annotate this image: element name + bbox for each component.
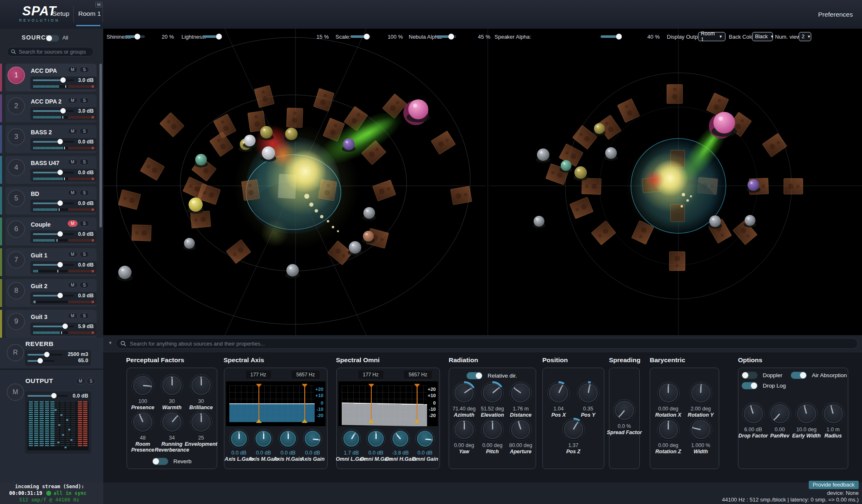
solo-button[interactable]: S — [79, 97, 89, 104]
gain-slider[interactable] — [33, 172, 74, 173]
solo-button[interactable]: S — [79, 159, 89, 165]
source-item[interactable]: 3 BASS 2 M S 0.0 dB — [5, 125, 97, 153]
preferences-button[interactable]: Preferences — [818, 0, 853, 29]
viewport-3d[interactable] — [103, 29, 862, 335]
mute-button[interactable]: M — [68, 251, 77, 257]
source-item[interactable]: 5 BD M S 0.0 dB — [5, 187, 97, 215]
room-presence-knob[interactable] — [130, 410, 155, 434]
reverb-toggle[interactable] — [152, 458, 168, 465]
slider-thumb[interactable] — [62, 324, 68, 329]
solo-button[interactable]: S — [79, 128, 89, 134]
slider-thumb[interactable] — [57, 200, 63, 206]
provide-feedback-button[interactable]: Provide feedback — [809, 481, 859, 489]
gain-slider[interactable] — [33, 295, 74, 296]
slider-thumb[interactable] — [37, 358, 43, 363]
source-item[interactable]: 2 ACC DPA 2 M S 3.0 dB — [5, 94, 97, 122]
slider-thumb[interactable] — [57, 139, 63, 144]
collapse-panel-caret[interactable]: ▼ — [108, 341, 112, 345]
output-solo-button[interactable]: S — [87, 378, 95, 384]
spatial-scene-canvas[interactable] — [103, 29, 862, 337]
properties-search-input[interactable] — [130, 341, 853, 347]
mute-button[interactable]: M — [68, 190, 77, 196]
drop-log-toggle[interactable] — [742, 382, 758, 389]
running-reverberance-knob[interactable] — [159, 410, 184, 434]
source-item[interactable]: 1 ACC DPA M S 3.0 dB — [5, 64, 97, 91]
relative-dir-toggle[interactable] — [467, 372, 482, 379]
freq-marker-high[interactable] — [417, 385, 417, 422]
gain-slider[interactable] — [33, 203, 74, 204]
spectral-omni-display[interactable]: +20+100-10-20 — [338, 381, 438, 426]
distance-knob[interactable] — [508, 381, 533, 405]
slider-thumb[interactable] — [60, 108, 66, 114]
freq-marker-low[interactable] — [258, 385, 259, 422]
rotation-z-knob[interactable] — [656, 418, 681, 441]
pos-z-knob[interactable] — [561, 418, 586, 441]
rotation-y-knob[interactable] — [688, 381, 713, 405]
freq-marker-low[interactable] — [371, 385, 372, 422]
elevation-knob[interactable] — [480, 381, 505, 405]
radius-knob[interactable] — [821, 402, 846, 425]
mute-button[interactable]: M — [68, 128, 77, 134]
slider-thumb[interactable] — [57, 170, 63, 175]
gain-slider[interactable] — [33, 264, 74, 266]
properties-search[interactable] — [116, 338, 858, 349]
warmth-knob[interactable] — [159, 374, 184, 397]
axis-h-gain-knob[interactable] — [278, 429, 298, 449]
back-color-select[interactable]: Black▼ — [752, 32, 773, 41]
spectral-axis-display[interactable]: +20+100-10-20 — [226, 381, 325, 426]
spread-factor-knob[interactable] — [612, 399, 637, 422]
drop-factor-knob[interactable] — [741, 402, 766, 425]
sources-filter-toggle[interactable] — [46, 35, 59, 42]
slider-thumb[interactable] — [448, 34, 454, 40]
tab-setup[interactable]: Setup — [52, 0, 70, 27]
slider-thumb[interactable] — [57, 262, 63, 267]
envelopment-knob[interactable] — [189, 410, 214, 434]
axis-m-gain-knob[interactable] — [253, 429, 274, 449]
mute-button[interactable]: M — [68, 220, 77, 227]
gain-slider[interactable] — [33, 110, 74, 112]
sources-search[interactable] — [7, 47, 94, 57]
reverb-time-slider[interactable] — [27, 360, 54, 362]
source-item[interactable]: 8 Guit 2 M S 0.0 dB — [5, 279, 97, 307]
slider-thumb[interactable] — [44, 352, 50, 357]
slider-thumb[interactable] — [60, 77, 66, 83]
azimuth-knob[interactable] — [452, 381, 477, 405]
solo-button[interactable]: S — [79, 67, 89, 73]
output-mute-button[interactable]: M — [76, 378, 85, 384]
axis-gain-knob[interactable] — [302, 429, 323, 449]
num-view-select[interactable]: 2▼ — [799, 32, 811, 41]
gain-slider[interactable] — [33, 141, 74, 143]
solo-button[interactable]: S — [79, 251, 89, 257]
panrev-knob[interactable] — [768, 402, 792, 425]
rotation-x-knob[interactable] — [656, 381, 681, 405]
slider-thumb[interactable] — [134, 34, 140, 40]
sources-search-input[interactable] — [19, 49, 90, 55]
omni-gain-knob[interactable] — [415, 429, 435, 449]
pitch-knob[interactable] — [480, 418, 505, 441]
brilliance-knob[interactable] — [189, 374, 214, 397]
yaw-knob[interactable] — [452, 418, 477, 441]
omni-l-gain-knob[interactable] — [341, 429, 362, 449]
mute-button[interactable]: M — [68, 313, 77, 319]
mute-button[interactable]: M — [68, 67, 77, 73]
lightness-slider[interactable] — [202, 35, 222, 38]
solo-button[interactable]: S — [79, 282, 89, 288]
scale-slider[interactable] — [350, 35, 370, 38]
solo-button[interactable]: S — [79, 190, 89, 196]
omni-m-gain-knob[interactable] — [365, 429, 386, 449]
slider-thumb[interactable] — [57, 293, 63, 298]
axis-l-gain-knob[interactable] — [229, 429, 249, 449]
gain-slider[interactable] — [33, 326, 74, 327]
aperture-knob[interactable] — [508, 418, 533, 441]
early-width-knob[interactable] — [794, 402, 819, 425]
presence-knob[interactable] — [130, 374, 155, 397]
mute-button[interactable]: M — [68, 159, 77, 165]
nebula-alpha-slider[interactable] — [436, 35, 456, 38]
reverb-size-slider[interactable] — [27, 354, 62, 356]
source-item[interactable]: 6 Couple M S 0.0 dB — [5, 217, 97, 245]
output-gain-slider[interactable] — [27, 395, 67, 397]
source-item[interactable]: 4 BASS U47 M S 0.0 dB — [5, 156, 97, 184]
doppler-toggle[interactable] — [742, 372, 758, 379]
gain-slider[interactable] — [33, 79, 74, 81]
pos-y-knob[interactable] — [576, 381, 601, 405]
